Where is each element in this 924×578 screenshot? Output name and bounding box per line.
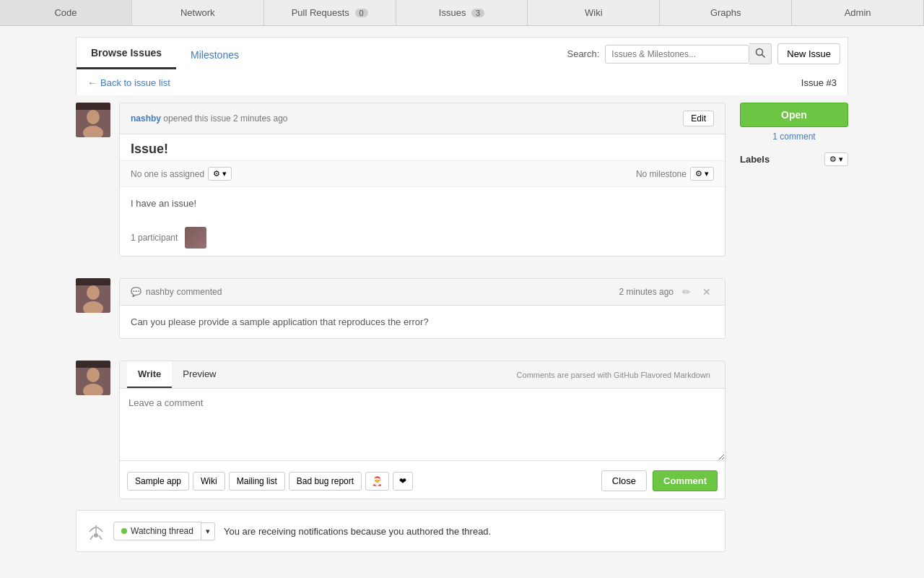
search-input[interactable] — [605, 45, 749, 64]
header-bar: Browse Issues Milestones Search: New Iss… — [76, 37, 848, 70]
search-icon — [755, 48, 765, 58]
svg-rect-5 — [76, 103, 110, 110]
svg-rect-9 — [76, 278, 110, 285]
nav-item-wiki[interactable]: Wiki — [528, 0, 660, 25]
issue-opened-text: opened this issue 2 minutes ago — [163, 113, 287, 124]
labels-section: Labels ⚙ ▾ — [740, 152, 848, 166]
issue-title: Issue! — [120, 134, 725, 160]
watch-status-dot — [121, 528, 127, 534]
write-area-row: Write Preview Comments are parsed with G… — [76, 361, 725, 499]
participants-row: 1 participant — [120, 220, 725, 256]
breadcrumb-bar: ← Back to issue list Issue #3 — [76, 70, 848, 95]
milestone-gear-button[interactable]: ⚙ ▾ — [690, 167, 714, 181]
tab-milestones[interactable]: Milestones — [176, 38, 253, 69]
watch-button-group: Watching thread ▾ — [113, 522, 215, 540]
label-sample-app-button[interactable]: Sample app — [127, 472, 189, 491]
label-mailing-list-button[interactable]: Mailing list — [229, 472, 285, 491]
issue-author-link[interactable]: nashby — [131, 113, 161, 124]
new-issue-button[interactable]: New Issue — [777, 43, 840, 64]
nav-item-code[interactable]: Code — [0, 0, 132, 25]
issue-meta: No one is assigned ⚙ ▾ No milestone ⚙ ▾ — [120, 160, 725, 187]
nav-item-issues[interactable]: Issues 3 — [396, 0, 528, 25]
sidebar: Open 1 comment Labels ⚙ ▾ — [740, 103, 848, 552]
write-box: Write Preview Comments are parsed with G… — [119, 361, 725, 499]
issues-badge: 3 — [471, 9, 484, 17]
comment-action-text: commented — [177, 287, 222, 297]
label-heart-emoji-button[interactable]: ❤ — [393, 472, 413, 491]
issue-body: I have an issue! — [120, 187, 725, 220]
delete-comment-button[interactable]: ✕ — [699, 285, 714, 299]
watching-description: You are receiving notifications because … — [224, 526, 491, 537]
nav-item-pullrequests[interactable]: Pull Requests 0 — [264, 0, 396, 25]
svg-line-17 — [99, 535, 102, 540]
issue-row: nashby opened this issue 2 minutes ago E… — [76, 103, 725, 267]
participants-label: 1 participant — [131, 233, 178, 243]
watch-dropdown-button[interactable]: ▾ — [201, 522, 215, 540]
current-user-avatar — [76, 361, 110, 395]
comment-count-link[interactable]: 1 comment — [772, 131, 815, 142]
nav-item-admin[interactable]: Admin — [792, 0, 924, 25]
label-wiki-button[interactable]: Wiki — [193, 472, 225, 491]
watching-thread-button[interactable]: Watching thread — [113, 522, 201, 540]
back-arrow-icon: ← — [87, 77, 97, 88]
close-issue-button[interactable]: Close — [601, 470, 647, 491]
comment-body: Can you please provide a sample applicat… — [120, 306, 725, 338]
edit-issue-button[interactable]: Edit — [683, 111, 714, 126]
tab-preview[interactable]: Preview — [172, 361, 227, 388]
comment-author-link[interactable]: nashby — [146, 287, 174, 297]
open-issue-button[interactable]: Open — [740, 103, 848, 127]
svg-rect-13 — [76, 361, 110, 368]
watching-label: Watching thread — [131, 526, 193, 536]
search-label: Search: — [567, 48, 599, 59]
submit-comment-button[interactable]: Comment — [653, 470, 718, 491]
svg-point-14 — [94, 533, 98, 538]
write-header: Write Preview Comments are parsed with G… — [120, 361, 725, 389]
comment-row: 💬 nashby commented 2 minutes ago ✏ ✕ Can… — [76, 278, 725, 350]
labels-gear-button[interactable]: ⚙ ▾ — [824, 152, 848, 166]
label-buttons: Sample app Wiki Mailing list Bad bug rep… — [127, 472, 413, 491]
svg-point-7 — [87, 285, 100, 300]
search-button[interactable] — [749, 43, 772, 64]
label-bad-bug-report-button[interactable]: Bad bug report — [289, 472, 362, 491]
pull-requests-badge: 0 — [355, 9, 368, 17]
antenna-icon — [87, 519, 105, 543]
comment-header: 💬 nashby commented 2 minutes ago ✏ ✕ — [120, 279, 725, 306]
comment-bubble-icon: 💬 — [131, 287, 141, 297]
comment-box: 💬 nashby commented 2 minutes ago ✏ ✕ Can… — [119, 278, 725, 339]
svg-line-1 — [762, 55, 765, 58]
tab-browse-issues[interactable]: Browse Issues — [77, 38, 176, 69]
back-to-issue-list-link[interactable]: ← Back to issue list — [87, 77, 170, 88]
comment-author-avatar — [76, 278, 110, 313]
watching-bar: Watching thread ▾ You are receiving noti… — [76, 510, 725, 552]
issue-header: nashby opened this issue 2 minutes ago E… — [120, 103, 725, 134]
assigned-label: No one is assigned — [131, 169, 204, 179]
issue-author-avatar — [76, 103, 110, 137]
label-santa-emoji-button[interactable]: 🎅 — [365, 472, 389, 491]
issue-number: Issue #3 — [801, 77, 837, 88]
comment-textarea[interactable] — [120, 389, 725, 461]
svg-point-11 — [87, 368, 100, 382]
svg-point-3 — [87, 110, 100, 124]
labels-header: Labels ⚙ ▾ — [740, 152, 848, 166]
nav-item-graphs[interactable]: Graphs — [660, 0, 792, 25]
milestone-label: No milestone — [636, 169, 687, 179]
comment-count: 1 comment — [740, 131, 848, 142]
participant-avatar — [185, 227, 206, 249]
comment-time: 2 minutes ago — [619, 287, 674, 297]
issue-box: nashby opened this issue 2 minutes ago E… — [119, 103, 725, 256]
svg-line-16 — [90, 535, 93, 540]
assign-gear-button[interactable]: ⚙ ▾ — [208, 167, 232, 181]
top-nav: Code Network Pull Requests 0 Issues 3 Wi… — [0, 0, 924, 26]
markdown-note: Comments are parsed with GitHub Flavored… — [510, 363, 718, 387]
nav-item-network[interactable]: Network — [132, 0, 264, 25]
tab-write[interactable]: Write — [127, 361, 172, 388]
action-bar: Sample app Wiki Mailing list Bad bug rep… — [120, 463, 725, 499]
edit-comment-button[interactable]: ✏ — [679, 285, 694, 299]
